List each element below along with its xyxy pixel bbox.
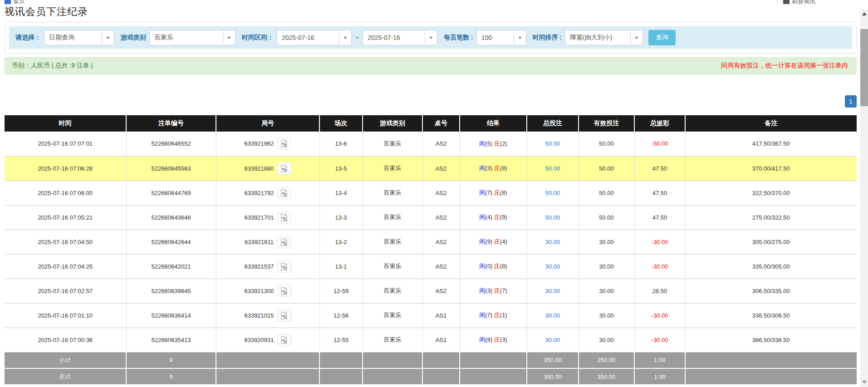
cell-valid-bet: 30.00 [579,279,634,303]
page-size-select[interactable]: 100 [476,30,526,45]
cell-session: 12-59 [319,279,363,303]
result-banker: 庄 [494,287,500,294]
cell-note: 417.50/367.50 [685,132,857,156]
video-replay-icon[interactable] [277,285,291,297]
table-row: 2025-07-16 07:04:25522660642021633921537… [5,254,857,279]
video-replay-icon[interactable] [277,211,291,224]
table-row: 2025-07-16 07:06:00522660644769633921792… [5,181,857,205]
page-title: 视讯会员下注纪录 [5,5,857,19]
cell-round-id: 633921962 [216,132,319,156]
query-button[interactable]: 查询 [648,30,676,45]
cell-valid-bet: 50.00 [579,205,634,230]
round-number: 633921701 [244,214,274,221]
time-range-label: 时间区间： [242,34,274,42]
round-number: 633921611 [245,239,274,245]
top-right-link[interactable]: 刷新视讯 [792,0,815,4]
cell-round-id: 633921015 [216,303,319,328]
cell-payout: -30.00 [634,254,685,279]
result-player: 闲 [479,140,485,147]
chevron-down-icon[interactable] [514,30,526,45]
cell-game-type: 百家乐 [363,132,422,156]
grand-total-row: 总计9350.00350.001.00 [5,368,857,385]
date-to-select[interactable]: 2025-07-16 [363,30,437,45]
query-type-select[interactable]: 日期查询 [44,30,114,45]
chevron-down-icon[interactable] [630,30,642,45]
cell-result: 闲(3) 庄(7) [460,279,527,303]
cell-total-bet-link[interactable]: 50.00 [527,132,579,156]
cell-valid-bet: 50.00 [579,181,634,205]
result-banker: 庄 [494,189,500,196]
filter-strip: 请选择： 日期查询 游戏类别 百家乐 时间区间： 2025-07-16 ~ 20… [9,26,852,49]
date-from-select[interactable]: 2025-07-16 [277,30,352,45]
result-player: 闲 [479,336,485,343]
cell-note: 305.00/275.00 [685,230,857,254]
column-header-2: 局号 [216,115,319,132]
table-row: 2025-07-16 07:07:01522660646552633921962… [5,132,857,156]
result-banker: 庄 [494,140,500,147]
cell-game-type: 百家乐 [363,303,422,328]
result-banker: 庄 [494,336,500,343]
video-replay-icon[interactable] [277,309,291,322]
cell-game-type: 百家乐 [363,205,422,230]
cell-time: 2025-07-16 07:00:36 [5,328,126,352]
cell-total-bet-link[interactable]: 30.00 [527,303,579,328]
scrollbar-thumb[interactable] [860,29,868,106]
cell-bet-id: 522660635413 [126,328,216,352]
game-type-select[interactable]: 百家乐 [149,30,235,45]
summary-cell-0: 总计 [5,368,126,385]
scrollbar[interactable] [860,0,868,387]
scroll-down-arrow-icon[interactable] [860,378,868,386]
query-type-label: 请选择： [15,34,41,42]
cell-bet-id: 522660642644 [126,230,216,254]
cell-time: 2025-07-16 07:05:21 [5,205,126,230]
video-replay-icon[interactable] [277,334,291,346]
cell-total-bet-link[interactable]: 30.00 [527,279,579,303]
summary-cell-3 [319,368,363,385]
cell-session: 12-56 [319,303,363,328]
cell-payout: 47.50 [634,181,685,205]
cell-valid-bet: 30.00 [579,303,634,328]
summary-cell-4 [363,368,422,385]
video-replay-icon[interactable] [277,260,291,273]
cell-total-bet-link[interactable]: 30.00 [527,230,579,254]
chevron-down-icon[interactable] [425,30,437,45]
summary-cell-7: 350.00 [527,352,579,368]
column-header-6: 结果 [460,115,527,132]
breadcrumb[interactable]: 首页 [13,0,25,4]
cell-total-bet-link[interactable]: 50.00 [527,156,579,181]
cell-note: 336.50/306.50 [685,303,857,328]
video-replay-icon[interactable] [277,162,291,175]
summary-cell-1: 9 [126,352,216,368]
range-separator: ~ [355,34,359,41]
summary-cell-7: 350.00 [527,368,579,385]
cell-bet-id: 522660642021 [126,254,216,279]
cell-session: 13-3 [319,205,363,230]
video-replay-icon[interactable] [277,187,291,199]
summary-cell-0: 小计 [5,352,126,368]
table-row: 2025-07-16 07:05:21522660643648633921701… [5,205,857,230]
video-replay-icon[interactable] [277,137,291,150]
table-header-row: 时间注单编号局号场次游戏类别桌号结果总投注有效投注总派彩备注 [5,115,857,132]
cell-total-bet-link[interactable]: 30.00 [527,254,579,279]
chevron-down-icon[interactable] [223,30,235,45]
chevron-down-icon[interactable] [102,30,114,45]
cell-total-bet-link[interactable]: 50.00 [527,181,579,205]
cell-table-no: AS2 [422,132,460,156]
result-player: 闲 [479,238,485,245]
column-header-3: 场次 [319,115,363,132]
cell-total-bet-link[interactable]: 30.00 [527,328,579,352]
cell-round-id: 633921880 [216,156,319,181]
cell-bet-id: 522660643648 [126,205,216,230]
result-player: 闲 [479,189,485,196]
result-player: 闲 [479,214,485,220]
scroll-up-arrow-icon[interactable] [860,10,868,18]
cell-result: 闲(9) 庄(4) [460,230,527,254]
summary-cell-5 [422,352,460,368]
chevron-down-icon[interactable] [339,30,351,45]
time-sort-select[interactable]: 降冪(由大到小) [565,30,643,45]
video-replay-icon[interactable] [277,236,291,248]
cell-valid-bet: 50.00 [579,132,634,156]
page-1-button[interactable]: 1 [845,95,857,108]
cell-note: 322.50/370.00 [685,181,857,205]
cell-total-bet-link[interactable]: 50.00 [527,205,579,230]
